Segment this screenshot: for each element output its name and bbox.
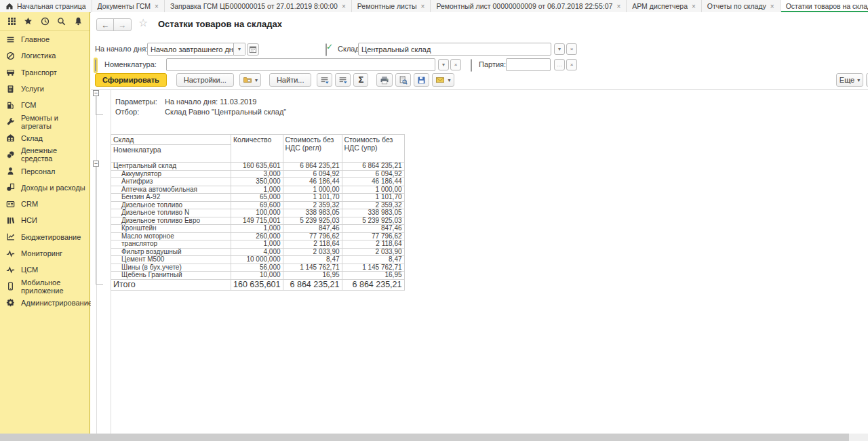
- warehouse-checkbox[interactable]: [326, 43, 327, 56]
- cell-cost-regl[interactable]: 8,47: [283, 256, 342, 264]
- cell-cost-regl[interactable]: 77 796,62: [283, 232, 342, 240]
- report-variants-button[interactable]: ▾: [239, 73, 261, 87]
- cell-cost-upr[interactable]: 1 101,70: [342, 194, 404, 202]
- back-button[interactable]: ←: [96, 18, 115, 31]
- cell-name[interactable]: Итого: [111, 279, 231, 290]
- batch-clear-button[interactable]: ×: [566, 59, 577, 70]
- warehouse-clear-button[interactable]: ×: [566, 43, 577, 55]
- cell-cost-upr[interactable]: 6 864 235,21: [342, 163, 404, 171]
- tab-close-icon[interactable]: ×: [155, 3, 159, 10]
- cell-qty[interactable]: 160 635,601: [231, 163, 283, 171]
- warehouse-dropdown-button[interactable]: ▾: [554, 43, 565, 55]
- generate-button[interactable]: Сформировать: [95, 73, 167, 87]
- cell-cost-regl[interactable]: 338 983,05: [283, 209, 342, 217]
- tab-home[interactable]: Начальная страница: [0, 0, 92, 12]
- menu-grid-icon[interactable]: [7, 17, 16, 26]
- calendar-button[interactable]: [247, 43, 259, 56]
- sidebar-item-csm[interactable]: ЦСМ: [0, 261, 90, 278]
- cell-cost-regl[interactable]: 847,46: [283, 225, 342, 233]
- cell-cost-upr[interactable]: 6 864 235,21: [342, 279, 404, 290]
- cell-qty[interactable]: 10 000,000: [231, 256, 283, 264]
- cell-name[interactable]: Масло моторное: [111, 232, 231, 240]
- favorite-star-icon[interactable]: ☆: [138, 16, 148, 29]
- cell-cost-regl[interactable]: 2 359,32: [283, 201, 342, 209]
- cell-name[interactable]: Антифриз: [111, 178, 231, 186]
- cell-cost-regl[interactable]: 2 118,64: [283, 240, 342, 249]
- cell-name[interactable]: Аккумулятор: [111, 170, 231, 178]
- sidebar-item-money[interactable]: Денежные средства: [0, 146, 90, 163]
- cell-cost-regl[interactable]: 46 186,44: [283, 178, 342, 186]
- column-header-group[interactable]: Склад: [111, 135, 231, 145]
- more-button[interactable]: Еще▾: [836, 73, 863, 87]
- cell-cost-upr[interactable]: 847,46: [342, 225, 404, 233]
- tab-close-icon[interactable]: ×: [770, 3, 774, 10]
- tab-close-icon[interactable]: ×: [616, 3, 620, 10]
- cell-qty[interactable]: 260,000: [231, 232, 283, 240]
- favorites-star-icon[interactable]: [24, 17, 33, 26]
- tab-dispatcher[interactable]: АРМ диспетчера×: [627, 0, 702, 12]
- cell-name[interactable]: Аптечка автомобильная: [111, 186, 231, 194]
- cell-cost-upr[interactable]: 8,47: [342, 256, 404, 264]
- warehouse-input[interactable]: Центральный склад: [358, 43, 551, 56]
- cell-name[interactable]: Дизельное топливо Евро: [111, 217, 231, 225]
- sidebar-item-income-expense[interactable]: Доходы и расходы: [0, 180, 90, 196]
- sidebar-item-crm[interactable]: CRM: [0, 196, 90, 212]
- history-clock-icon[interactable]: [40, 17, 50, 26]
- batch-checkbox[interactable]: [471, 59, 472, 72]
- cell-cost-upr[interactable]: 2 033,90: [342, 248, 404, 256]
- mail-button[interactable]: ▾: [432, 73, 454, 87]
- tab-repair-lists[interactable]: Ремонтные листы×: [352, 0, 431, 12]
- cell-cost-regl[interactable]: 6 094,92: [283, 170, 342, 178]
- cell-qty[interactable]: 65,000: [231, 194, 283, 202]
- print-button[interactable]: [376, 73, 393, 87]
- cell-name[interactable]: Кронштейн: [111, 225, 231, 233]
- tab-close-icon[interactable]: ×: [421, 3, 425, 10]
- sidebar-item-warehouse[interactable]: Склад: [0, 130, 90, 146]
- sidebar-item-monitoring[interactable]: Мониторинг: [0, 245, 90, 261]
- cell-qty[interactable]: 10,000: [231, 272, 283, 280]
- cell-qty[interactable]: 69,600: [231, 201, 283, 209]
- cell-name[interactable]: Центральный склад: [111, 163, 231, 171]
- cell-cost-regl[interactable]: 2 033,90: [283, 248, 342, 256]
- totals-button[interactable]: Σ: [353, 73, 368, 87]
- nomenclature-checkbox[interactable]: [95, 59, 96, 72]
- tab-close-icon[interactable]: ×: [692, 3, 696, 10]
- sidebar-item-logistics[interactable]: Логистика: [0, 47, 90, 64]
- sidebar-item-gsm[interactable]: ГСМ: [0, 97, 90, 113]
- settings-button[interactable]: Настройки...: [176, 73, 234, 87]
- cell-cost-regl[interactable]: 6 864 235,21: [283, 163, 342, 171]
- batch-input[interactable]: [506, 58, 551, 71]
- save-button[interactable]: [414, 73, 429, 87]
- cell-qty[interactable]: 56,000: [231, 264, 283, 272]
- cell-cost-upr[interactable]: 46 186,44: [342, 178, 404, 186]
- sidebar-item-budgeting[interactable]: Бюджетирование: [0, 229, 90, 245]
- horizontal-scrollbar[interactable]: [0, 434, 868, 441]
- cell-cost-upr[interactable]: 1 145 762,71: [342, 264, 404, 272]
- nomenclature-dropdown-button[interactable]: ▾: [438, 59, 449, 70]
- cell-qty[interactable]: 1,000: [231, 186, 283, 194]
- column-header-item[interactable]: Номенклатура: [111, 145, 231, 163]
- batch-select-button[interactable]: …: [554, 59, 565, 70]
- cell-cost-upr[interactable]: 6 094,92: [342, 170, 404, 178]
- cell-cost-regl[interactable]: 1 101,70: [283, 194, 342, 202]
- horizontal-scrollbar-thumb[interactable]: [0, 434, 849, 441]
- cell-qty[interactable]: 350,000: [231, 178, 283, 186]
- cell-cost-regl[interactable]: 5 239 925,03: [283, 217, 342, 225]
- sidebar-item-repairs[interactable]: Ремонты и агрегаты: [0, 113, 90, 129]
- column-header-cost-upr[interactable]: Стоимость без НДС (упр): [342, 135, 404, 163]
- column-header-cost-regl[interactable]: Стоимость без НДС (регл): [283, 135, 342, 163]
- cell-cost-upr[interactable]: 1 000,00: [342, 186, 404, 194]
- cell-qty[interactable]: 1,000: [231, 225, 283, 233]
- cell-cost-regl[interactable]: 1 000,00: [283, 186, 342, 194]
- sidebar-item-transport[interactable]: Транспорт: [0, 64, 90, 81]
- sidebar-item-mobile-app[interactable]: Мобильное приложение: [0, 278, 90, 294]
- sidebar-item-services[interactable]: Услуги: [0, 81, 90, 97]
- tab-stock-balance[interactable]: Остатки товаров на складах×: [781, 0, 868, 12]
- collapse-groups-button[interactable]: [317, 73, 332, 87]
- nomenclature-clear-button[interactable]: ×: [450, 59, 461, 70]
- cell-name[interactable]: транслятор: [111, 240, 231, 249]
- cell-name[interactable]: Цемент М500: [111, 256, 231, 264]
- sidebar-item-administration[interactable]: Администрирование: [0, 295, 90, 311]
- cell-cost-upr[interactable]: 2 118,64: [342, 240, 404, 249]
- tab-gsm-docs[interactable]: Документы ГСМ×: [92, 0, 165, 12]
